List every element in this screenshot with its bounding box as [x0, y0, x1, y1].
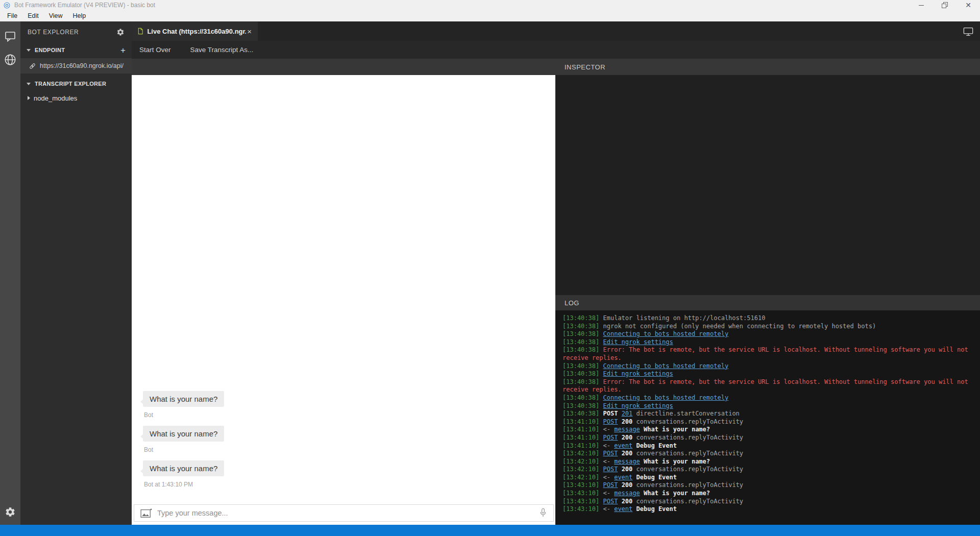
- log-timestamp: [13:41:10]: [562, 418, 599, 425]
- log-entry: [13:40:38] POST 201 directline.startConv…: [562, 410, 974, 418]
- log-timestamp: [13:41:10]: [562, 434, 599, 441]
- log-text: 200: [622, 450, 633, 457]
- restore-icon: [942, 2, 948, 8]
- log-link[interactable]: POST: [603, 481, 618, 489]
- log-link[interactable]: event: [614, 474, 632, 481]
- panel-header-band: INSPECTOR: [132, 59, 980, 75]
- log-entry: [13:42:10] <- event Debug Event: [562, 474, 974, 482]
- log-entry: [13:40:38] Error: The bot is remote, but…: [562, 378, 974, 394]
- log-link[interactable]: POST: [603, 418, 618, 425]
- log-title: LOG: [565, 299, 579, 307]
- log-link[interactable]: POST: [603, 466, 618, 473]
- title-bar: Bot Framework Emulator (V4 PREVIEW) - ba…: [0, 0, 980, 10]
- bot-message-bubble: What is your name?: [143, 391, 224, 407]
- minimize-icon: [919, 5, 924, 6]
- message-meta: Bot: [144, 411, 224, 419]
- log-timestamp: [13:42:10]: [562, 450, 599, 457]
- log-link[interactable]: message: [614, 490, 640, 497]
- log-text: <-: [603, 442, 610, 449]
- log-link[interactable]: POST: [603, 450, 618, 457]
- attach-image-button[interactable]: [140, 508, 152, 518]
- log-header: LOG: [555, 295, 980, 310]
- tab-live-chat[interactable]: Live Chat (https://31c60a90.ngr... ×: [132, 21, 258, 41]
- log-timestamp: [13:43:10]: [562, 498, 599, 505]
- log-entry: [13:41:10] POST 200 conversations.replyT…: [562, 418, 974, 426]
- menu-help[interactable]: Help: [68, 11, 91, 21]
- log-text: ngrok not configured (only needed when c…: [603, 323, 876, 330]
- left-icon-rail: [0, 21, 20, 525]
- live-chat-rail-button[interactable]: [0, 25, 20, 48]
- save-transcript-button[interactable]: Save Transcript As...: [190, 46, 254, 54]
- message-meta: Bot: [144, 446, 224, 453]
- link-icon: [29, 62, 36, 70]
- log-timestamp: [13:41:10]: [562, 442, 599, 449]
- endpoint-item[interactable]: https://31c60a90.ngrok.io/api/: [20, 58, 132, 74]
- tab-close-button[interactable]: ×: [246, 27, 253, 36]
- log-text: POST: [603, 410, 618, 417]
- log-text: directline.startConversation: [636, 410, 740, 417]
- message-input[interactable]: [157, 509, 539, 517]
- log-text: <-: [603, 505, 610, 513]
- log-link[interactable]: Edit ngrok settings: [603, 402, 673, 409]
- microphone-icon: [539, 507, 547, 519]
- log-entry: [13:41:10] POST 200 conversations.replyT…: [562, 434, 974, 442]
- start-over-button[interactable]: Start Over: [139, 46, 171, 54]
- bot-explorer-panel: BOT EXPLORER ENDPOINT + https://31c60a90…: [20, 21, 132, 525]
- log-link[interactable]: message: [614, 426, 640, 433]
- monitor-icon: [963, 27, 974, 36]
- log-text: 200: [622, 498, 633, 505]
- settings-rail-button[interactable]: [0, 500, 20, 524]
- log-timestamp: [13:40:38]: [562, 410, 599, 417]
- document-icon: [137, 27, 143, 35]
- log-text: <-: [603, 426, 610, 433]
- log-link[interactable]: event: [614, 505, 632, 513]
- settings-icon: [5, 506, 16, 518]
- log-text: What is your name?: [644, 426, 710, 433]
- log-link[interactable]: Edit ngrok settings: [603, 370, 673, 377]
- log-link[interactable]: POST: [603, 498, 618, 505]
- log-link[interactable]: message: [614, 458, 640, 465]
- log-timestamp: [13:41:10]: [562, 426, 599, 433]
- transcript-folder-node-modules[interactable]: node_modules: [20, 91, 132, 105]
- log-link[interactable]: Edit ngrok settings: [603, 338, 673, 346]
- log-lines: [13:40:38] Emulator listening on http://…: [562, 314, 974, 514]
- log-text: What is your name?: [644, 458, 710, 465]
- microphone-button[interactable]: [539, 507, 547, 519]
- log-text: conversations.replyToActivity: [636, 450, 744, 457]
- log-text: conversations.replyToActivity: [636, 498, 744, 505]
- inspector-panel: [555, 75, 980, 295]
- log-timestamp: [13:40:38]: [562, 394, 599, 401]
- log-entry: [13:43:10] POST 200 conversations.replyT…: [562, 481, 974, 490]
- log-entry: [13:41:10] <- message What is your name?: [562, 426, 974, 434]
- log-timestamp: [13:43:10]: [562, 505, 599, 513]
- add-endpoint-button[interactable]: +: [120, 46, 126, 55]
- log-link[interactable]: 201: [622, 410, 633, 417]
- presentation-mode-button[interactable]: [963, 27, 974, 36]
- minimize-button[interactable]: [910, 0, 933, 10]
- menu-edit[interactable]: Edit: [22, 11, 44, 21]
- log-link[interactable]: event: [614, 442, 632, 449]
- menu-view[interactable]: View: [44, 11, 68, 21]
- explorer-settings-button[interactable]: [116, 28, 125, 36]
- log-entry: [13:42:10] POST 200 conversations.replyT…: [562, 450, 974, 458]
- menu-file[interactable]: File: [2, 11, 22, 21]
- log-text: conversations.replyToActivity: [636, 466, 744, 473]
- log-link[interactable]: Connecting to bots hosted remotely: [603, 330, 728, 337]
- globe-icon: [4, 53, 17, 66]
- log-text: 200: [622, 481, 633, 489]
- endpoint-section-header[interactable]: ENDPOINT +: [20, 43, 132, 57]
- log-text: <-: [603, 458, 610, 465]
- log-timestamp: [13:40:38]: [562, 314, 599, 322]
- endpoints-rail-button[interactable]: [0, 48, 20, 71]
- folder-label: node_modules: [34, 94, 77, 102]
- transcript-explorer-header[interactable]: TRANSCRIPT EXPLORER: [20, 77, 132, 91]
- log-panel[interactable]: [13:40:38] Emulator listening on http://…: [555, 310, 980, 525]
- log-link[interactable]: POST: [603, 434, 618, 441]
- log-link[interactable]: Connecting to bots hosted remotely: [603, 394, 728, 401]
- log-entry: [13:40:38] Error: The bot is remote, but…: [562, 346, 974, 362]
- log-text: Debug Event: [636, 442, 677, 449]
- restore-button[interactable]: [933, 0, 957, 10]
- endpoint-section-label: ENDPOINT: [35, 47, 65, 53]
- log-link[interactable]: Connecting to bots hosted remotely: [603, 362, 728, 370]
- close-button[interactable]: ✕: [957, 0, 980, 10]
